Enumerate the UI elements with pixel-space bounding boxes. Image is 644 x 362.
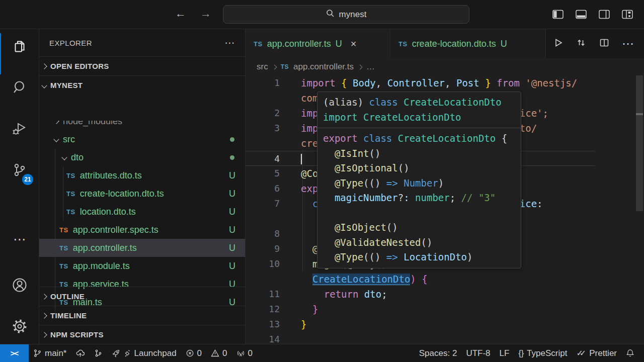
section-npm-scripts[interactable]: NPM SCRIPTS (39, 325, 246, 344)
hover-code-row: import CreateLocationDto (323, 110, 515, 125)
run-button[interactable] (552, 37, 564, 50)
open-editors-label: OPEN EDITORS (50, 62, 109, 70)
code-row[interactable]: 13} (246, 317, 595, 332)
status-item-language[interactable]: {}TypeScript (514, 348, 572, 358)
account-icon[interactable] (0, 274, 39, 296)
status-item-label: Prettier (589, 348, 617, 358)
close-tab-icon[interactable]: × (351, 38, 357, 50)
status-bar: >< main*Launchpad000 Spaces: 2UTF-8LF{}T… (0, 344, 644, 362)
code-row[interactable]: 12 } (246, 302, 595, 317)
tree-item-app-controller-spec-ts[interactable]: TSapp.controller.spec.tsU (39, 221, 246, 239)
split-editor-icon[interactable] (599, 37, 610, 50)
breadcrumb-symbol[interactable]: … (366, 62, 375, 72)
chevron-down-icon (61, 154, 67, 160)
scm-badge: 21 (22, 174, 33, 185)
tree-item-label: location.dto.ts (80, 207, 136, 217)
source-control-view-icon[interactable]: 21 (0, 159, 39, 181)
ts-file-icon: TS (281, 63, 289, 70)
section-timeline[interactable]: TIMELINE (39, 306, 246, 325)
code-row[interactable]: 11 return dto; (246, 287, 595, 302)
editor-scrollbar[interactable] (635, 75, 644, 344)
status-item-launchpad[interactable]: Launchpad (107, 344, 181, 362)
scrollbar-thumb[interactable] (636, 75, 643, 211)
line-number: 12 (246, 302, 280, 317)
status-item-git-branch[interactable]: main* (29, 344, 71, 362)
breadcrumb-file[interactable]: app.controller.ts (293, 62, 354, 72)
forward-icon[interactable]: → (200, 7, 211, 20)
code-row[interactable]: 14 (246, 332, 595, 344)
git-untracked-badge: U (229, 261, 235, 272)
tree-item-location-dto-ts[interactable]: TSlocation.dto.tsU (39, 203, 246, 221)
explorer-view-icon[interactable] (0, 36, 39, 58)
status-item-eol[interactable]: LF (495, 348, 514, 358)
toggle-primary-sidebar-icon[interactable] (552, 10, 564, 19)
chevron-right-icon (41, 332, 47, 337)
git-untracked-badge: U (229, 170, 235, 181)
project-section-header[interactable]: MYNEST (39, 75, 245, 95)
git-untracked-badge: U (229, 207, 235, 217)
breadcrumb-folder[interactable]: src (257, 62, 268, 72)
toggle-secondary-sidebar-icon[interactable] (599, 10, 610, 19)
code-row[interactable]: 1import { Body, Controller, Post } from … (246, 75, 595, 90)
search-view-icon[interactable] (0, 76, 39, 99)
section-label: OUTLINE (50, 292, 85, 301)
scrollbar-marker (636, 113, 643, 115)
status-item-notifications[interactable] (621, 349, 639, 357)
git-modified-dot (230, 155, 234, 160)
status-item-label: UTF-8 (466, 348, 490, 358)
tree-item-attributes-dto-ts[interactable]: TSattributes.dto.tsU (39, 166, 246, 185)
git-status-badge: U (501, 39, 507, 49)
chevron-right-icon (53, 121, 59, 124)
hover-code-row: @IsOptional() (323, 161, 515, 176)
status-item-publish[interactable] (71, 344, 90, 362)
status-item-commit-graph[interactable] (90, 344, 107, 362)
git-modified-dot (230, 137, 234, 142)
tree-item-create-location-dto-ts[interactable]: TScreate-location.dto.tsU (39, 185, 246, 203)
status-item-problems-warnings[interactable]: 0 (206, 344, 231, 362)
status-item-label: 0 (197, 348, 202, 358)
definition-link[interactable]: CreateLocationDto (312, 274, 410, 285)
status-item-indentation[interactable]: Spaces: 2 (415, 348, 462, 358)
command-center-search[interactable]: mynest (223, 5, 469, 24)
tree-item-src[interactable]: src (39, 130, 246, 148)
open-editors-section[interactable]: OPEN EDITORS (39, 56, 245, 75)
tree-item-app-module-ts[interactable]: TSapp.module.tsU (39, 257, 246, 275)
customize-layout-icon[interactable] (622, 10, 633, 19)
ts-file-icon: TS (59, 226, 68, 234)
back-icon[interactable]: ← (175, 7, 186, 20)
tree-item-app-controller-ts[interactable]: TSapp.controller.tsU (39, 239, 246, 257)
tree-item-node-modules[interactable]: node_modules (39, 121, 246, 130)
status-item-label: Launchpad (134, 348, 176, 358)
ts-file-icon: TS (254, 40, 263, 48)
section-outline[interactable]: OUTLINE (39, 287, 246, 306)
status-item-problems-errors[interactable]: 0 (181, 344, 206, 362)
ts-file-icon: TS (66, 208, 75, 216)
project-label: MYNEST (50, 81, 83, 89)
minimap[interactable]: 1import { Body, Controller, Post } from … (595, 75, 635, 344)
ts-file-icon: TS (59, 262, 68, 270)
explorer-more-actions-icon[interactable]: ⋯ (225, 37, 235, 49)
remote-indicator[interactable]: >< (0, 344, 29, 362)
tree-item-label: attributes.dto.ts (80, 170, 142, 181)
tree-item-dto[interactable]: dto (39, 148, 246, 166)
line-number (246, 136, 280, 151)
definition-hover-tooltip: (alias) class CreateLocationDtoimport Cr… (317, 92, 521, 268)
chevron-right-icon (358, 64, 363, 69)
status-item-formatter[interactable]: ✓✓Prettier (572, 348, 621, 358)
tab-app-controller[interactable]: TS app.controller.ts U × (246, 29, 390, 58)
tab-create-location-dto[interactable]: TS create-location.dto.ts U (390, 29, 546, 58)
open-changes-icon[interactable] (576, 37, 587, 50)
additional-views-icon[interactable]: ⋯ (0, 228, 39, 250)
toggle-panel-icon[interactable] (576, 10, 587, 19)
status-item-encoding[interactable]: UTF-8 (461, 348, 495, 358)
code-row[interactable]: CreateLocationDto) { (246, 272, 595, 287)
line-number: 5 (246, 166, 280, 181)
git-untracked-badge: U (229, 225, 235, 235)
tree-item-label: create-location.dto.ts (80, 189, 164, 199)
settings-gear-icon[interactable] (0, 315, 39, 337)
status-item-label: main* (45, 348, 66, 358)
status-item-ports[interactable]: 0 (232, 344, 257, 362)
tab-label: create-location.dto.ts (412, 39, 496, 49)
run-debug-view-icon[interactable] (0, 118, 39, 140)
line-number: 10 (246, 256, 280, 272)
